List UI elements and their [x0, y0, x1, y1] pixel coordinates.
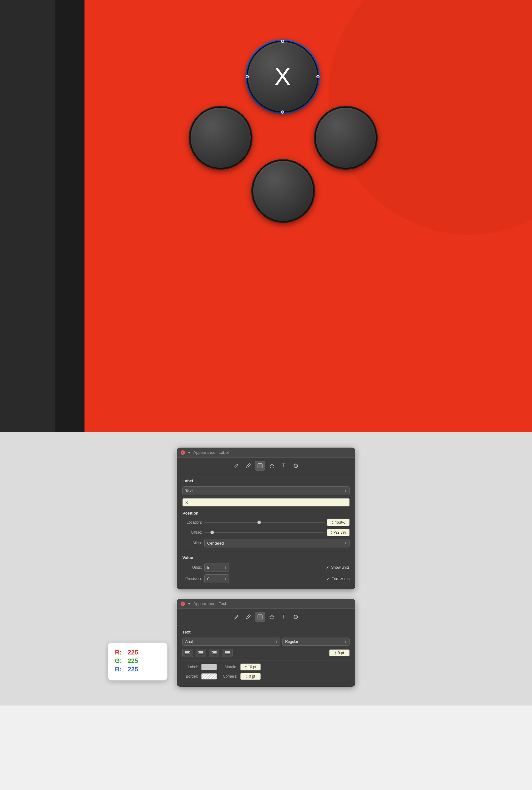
r-value: 225	[128, 649, 138, 656]
effects-tool-icon[interactable]	[291, 461, 301, 471]
precision-arrow: ⬍	[224, 577, 227, 581]
panel2-collapse-arrow[interactable]: ▼	[187, 602, 191, 606]
color-widget: R: 225 G: 225 B: 225	[108, 643, 167, 680]
border-row: Border: Corners: ▲▼ 0 pt	[183, 673, 349, 680]
svg-rect-1	[258, 464, 262, 468]
location-thumb[interactable]	[257, 521, 261, 524]
label-type-select[interactable]: Text ⬍	[183, 486, 349, 495]
panel2-T-icon: T	[282, 614, 285, 620]
align-right-btn[interactable]	[209, 649, 220, 657]
align-select[interactable]: Centered ⬍	[204, 539, 349, 547]
panel1-collapse-arrow[interactable]: ▼	[187, 451, 191, 454]
location-row: Location: ▲▼ 46.9%	[183, 519, 349, 526]
font-name-select[interactable]: Arial ⬍	[183, 638, 280, 646]
canvas-area: X	[0, 0, 532, 432]
button-right[interactable]	[315, 107, 377, 169]
panel2-fill-icon[interactable]	[255, 612, 265, 622]
offset-label: Offset:	[183, 530, 202, 534]
align-row: Align: Centered ⬍	[183, 539, 349, 547]
svg-rect-10	[185, 654, 190, 654]
panel1-close-button[interactable]: ×	[180, 450, 185, 455]
svg-rect-17	[213, 652, 216, 653]
panel2-effects-icon[interactable]	[291, 612, 301, 622]
text-tool-icon[interactable]: T	[279, 461, 289, 471]
align-value: Centered	[207, 541, 224, 546]
panels-area: × ▼ Appearance: Label	[0, 432, 532, 706]
selection-dot-left	[246, 75, 249, 78]
label-type-row: Text ⬍	[183, 486, 349, 495]
show-units-checkmark[interactable]: ✓	[326, 565, 329, 570]
selection-dot-top	[281, 40, 284, 43]
location-value: 46.9%	[335, 520, 345, 525]
panel1-tool-icons: T	[177, 457, 355, 474]
font-style-select[interactable]: Regular ⬍	[282, 638, 349, 646]
panel2-shape-icon[interactable]	[267, 612, 277, 622]
label-color-row: Label: Margin: ▲▼ 10 pt	[183, 663, 349, 671]
border-color-box[interactable]	[201, 673, 217, 679]
location-stepper[interactable]: ▲▼ 46.9%	[327, 519, 349, 526]
corners-stepper[interactable]: ▲▼ 0 pt	[240, 673, 261, 680]
offset-value: -92.3%	[334, 530, 346, 534]
show-units-row: ✓ Show units	[232, 565, 349, 570]
appearance-panel-text: × ▼ Appearance: Text	[177, 599, 355, 687]
button-bottom[interactable]	[252, 159, 315, 222]
x-label: X	[274, 62, 291, 91]
panel2-header: × ▼ Appearance: Text	[177, 599, 355, 609]
align-justify-btn[interactable]	[222, 649, 232, 657]
location-label: Location:	[183, 520, 202, 525]
b-value: 225	[128, 666, 138, 673]
font-size-stepper[interactable]: ▲▼ 9 pt	[329, 650, 349, 656]
corners-value: 0 pt	[249, 674, 255, 679]
appearance-panel-label: × ▼ Appearance: Label	[177, 448, 355, 589]
button-x[interactable]: X	[247, 41, 319, 113]
offset-row: Offset: ▲▼ -92.3%	[183, 529, 349, 536]
selection-dot-bottom	[281, 111, 284, 114]
align-label: Align:	[183, 541, 202, 545]
location-slider[interactable]	[204, 522, 324, 523]
margin-stepper[interactable]: ▲▼ 10 pt	[240, 663, 261, 671]
svg-rect-22	[225, 654, 230, 654]
trim-zeros-checkmark[interactable]: ✓	[327, 577, 330, 581]
panel2-pencil-icon[interactable]	[231, 612, 241, 622]
svg-rect-21	[225, 652, 230, 653]
panel2-close-button[interactable]: ×	[180, 602, 185, 606]
g-label: G:	[115, 657, 126, 664]
align-arrow: ⬍	[344, 542, 347, 545]
text-section-title: Text	[183, 630, 349, 635]
panel1-header: × ▼ Appearance: Label	[177, 448, 355, 457]
offset-stepper[interactable]: ▲▼ -92.3%	[327, 529, 349, 536]
margin-arrows: ▲▼	[245, 665, 247, 669]
precision-select[interactable]: 0 ⬍	[204, 575, 229, 583]
offset-thumb[interactable]	[210, 530, 214, 534]
svg-rect-12	[198, 651, 204, 652]
dropper-tool-icon[interactable]	[243, 461, 253, 471]
pencil-tool-icon[interactable]	[231, 461, 241, 471]
g-row: G: 225	[115, 657, 160, 664]
margin-value: 10 pt	[248, 665, 256, 669]
svg-rect-14	[198, 654, 204, 654]
shape-tool-icon[interactable]	[267, 461, 277, 471]
align-center-btn[interactable]	[195, 649, 206, 657]
button-left[interactable]	[189, 107, 252, 169]
font-row: Arial ⬍ Regular ⬍	[183, 638, 349, 646]
units-select[interactable]: in ⬍	[204, 563, 229, 572]
align-left-btn[interactable]	[183, 649, 193, 657]
label-text-input[interactable]	[183, 498, 349, 506]
panel2-text-icon[interactable]: T	[279, 612, 289, 622]
label-section-title: Label	[183, 478, 349, 483]
show-units-label: Show units	[331, 565, 349, 570]
font-name-value: Arial	[185, 639, 193, 644]
fill-tool-icon[interactable]	[255, 461, 265, 471]
label-color-box[interactable]	[201, 664, 217, 670]
offset-slider[interactable]	[204, 532, 324, 533]
corners-arrows: ▲▼	[246, 674, 248, 679]
panel2-title: Appearance: Text	[193, 601, 226, 606]
panel2-dropper-icon[interactable]	[243, 612, 253, 622]
svg-rect-8	[185, 651, 190, 652]
r-row: R: 225	[115, 649, 160, 656]
panel2-tool-icons: T	[177, 609, 355, 625]
precision-value: 0	[207, 577, 209, 581]
divider1	[183, 552, 349, 552]
r-label: R:	[115, 649, 126, 656]
panel1-body: Label Text ⬍ Position Location:	[177, 474, 355, 589]
